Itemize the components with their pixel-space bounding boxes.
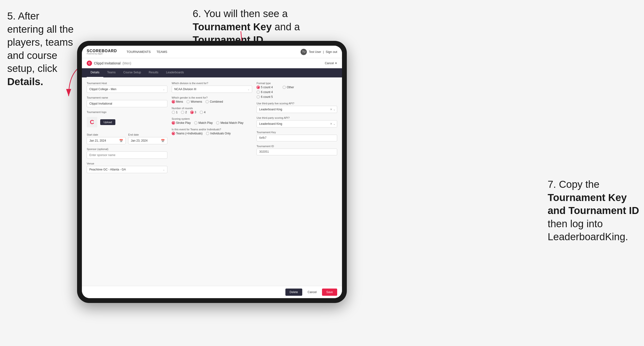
- nav-links: TOURNAMENTS TEAMS: [127, 50, 168, 54]
- start-date-field: Start date Jan 21, 2024 📅: [87, 133, 126, 144]
- nav-tournaments[interactable]: TOURNAMENTS: [127, 50, 151, 54]
- scoring-match-circle: [194, 121, 198, 125]
- tablet-screen: SCOREBOARD Powered by clippd TOURNAMENTS…: [82, 46, 342, 298]
- format-5count4[interactable]: 5 count 4: [256, 86, 273, 89]
- sponsor-input[interactable]: [87, 152, 168, 159]
- tablet-shell: SCOREBOARD Powered by clippd TOURNAMENTS…: [77, 41, 347, 303]
- gender-field: Which gender is the event for? Mens Wome…: [172, 96, 252, 103]
- tab-bar: Details Teams Course Setup Results Leade…: [82, 68, 342, 77]
- calendar-icon: 📅: [119, 139, 123, 143]
- teams-individuals-circle: [206, 132, 209, 135]
- rounds-label: Number of rounds: [172, 107, 252, 110]
- rounds-1[interactable]: 1: [172, 111, 178, 114]
- teams-individuals-only[interactable]: Individuals Only: [206, 132, 231, 135]
- rounds-2-circle: [181, 111, 184, 114]
- third-party-2-label: Use third-party scoring API?: [256, 116, 337, 119]
- middle-column: Which division is the event for? NCAA Di…: [172, 82, 252, 173]
- venue-arrow: ⌄: [163, 168, 165, 171]
- format-6count4-circle: [256, 90, 260, 94]
- logo-preview-icon: C: [90, 119, 94, 126]
- division-field: Which division is the event for? NCAA Di…: [172, 82, 252, 93]
- logo-area: SCOREBOARD Powered by clippd: [87, 49, 117, 55]
- teams-field: Is this event for Teams and/or Individua…: [172, 128, 252, 135]
- tournament-id-value: 302051: [256, 149, 337, 155]
- tab-course-setup[interactable]: Course Setup: [120, 68, 145, 77]
- scoring-medal[interactable]: Medal Match Play: [216, 121, 243, 125]
- delete-button[interactable]: Delete: [286, 289, 302, 296]
- page-title-content: C Clippd Invitational (Men): [87, 61, 131, 66]
- teams-radio-group: Teams (+Individuals) Individuals Only: [172, 132, 252, 135]
- clear-btn-2[interactable]: ✕ ⌄: [330, 122, 336, 126]
- teams-plus-individuals[interactable]: Teams (+Individuals): [172, 132, 202, 135]
- gender-mens-circle: [172, 100, 175, 103]
- gender-mens[interactable]: Mens: [172, 100, 183, 103]
- tournament-name-input[interactable]: Clippd Invitational: [87, 100, 168, 107]
- tab-results[interactable]: Results: [145, 68, 162, 77]
- rounds-3-circle: [190, 111, 194, 114]
- rounds-3[interactable]: 3: [190, 111, 196, 114]
- tournament-host-input[interactable]: Clippd College - Men ⌄: [87, 86, 168, 93]
- right-column: Format type 5 count 4 Other: [256, 82, 337, 173]
- format-6count5[interactable]: 6 count 5: [256, 95, 337, 99]
- clear-btn-1[interactable]: ✕ ⌄: [330, 108, 336, 111]
- venue-field: Venue Peachtree GC - Atlanta - GA ⌄: [87, 162, 168, 173]
- scoring-field: Scoring system Stroke Play Match Play: [172, 117, 252, 125]
- format-6count4[interactable]: 6 count 4: [256, 90, 337, 94]
- sponsor-field: Sponsor (optional): [87, 148, 168, 159]
- format-field: Format type 5 count 4 Other: [256, 82, 337, 99]
- rounds-2[interactable]: 2: [181, 111, 187, 114]
- tab-teams[interactable]: Teams: [103, 68, 120, 77]
- format-6count5-circle: [256, 95, 260, 99]
- scoring-stroke-circle: [172, 121, 175, 125]
- rounds-radio-group: 1 2 3 4: [172, 111, 252, 114]
- format-5count4-circle: [256, 86, 260, 89]
- cancel-button[interactable]: Cancel: [305, 289, 319, 296]
- save-button[interactable]: Save: [322, 289, 337, 296]
- date-row: Start date Jan 21, 2024 📅 End date Jan 2…: [87, 133, 168, 144]
- sign-out-link[interactable]: Sign out: [326, 50, 337, 54]
- tab-leaderboards[interactable]: Leaderboards: [162, 68, 188, 77]
- third-party-2-input[interactable]: Leaderboard King ✕ ⌄: [256, 120, 337, 127]
- third-party-1-input[interactable]: Leaderboard King ✕ ⌄: [256, 106, 337, 113]
- clippd-logo: C: [87, 61, 92, 66]
- user-avatar: TU: [300, 49, 307, 55]
- format-other[interactable]: Other: [282, 86, 294, 89]
- sign-out-separator: |: [323, 50, 324, 54]
- rounds-field: Number of rounds 1 2: [172, 107, 252, 114]
- scoring-match[interactable]: Match Play: [194, 121, 213, 125]
- teams-label: Is this event for Teams and/or Individua…: [172, 128, 252, 131]
- teams-plus-circle: [172, 132, 175, 135]
- start-date-input[interactable]: Jan 21, 2024 📅: [87, 137, 126, 144]
- upload-button[interactable]: Upload: [100, 119, 115, 125]
- end-date-input[interactable]: Jan 23, 2024 📅: [128, 137, 167, 144]
- rounds-4-circle: [200, 111, 203, 114]
- tournament-key-value: 6efb7: [256, 135, 337, 141]
- gender-label: Which gender is the event for?: [172, 96, 252, 99]
- gender-combined-circle: [206, 100, 209, 103]
- rounds-1-circle: [172, 111, 175, 114]
- format-label: Format type: [256, 82, 337, 85]
- format-other-circle: [282, 86, 286, 89]
- venue-input[interactable]: Peachtree GC - Atlanta - GA ⌄: [87, 166, 168, 173]
- format-row-1: 5 count 4 Other: [256, 86, 337, 89]
- scoring-label: Scoring system: [172, 117, 252, 120]
- annotation-bottom-right: 7. Copy the Tournament Key and Tournamen…: [548, 178, 639, 244]
- rounds-4[interactable]: 4: [200, 111, 206, 114]
- tab-details[interactable]: Details: [87, 68, 103, 77]
- division-label: Which division is the event for?: [172, 82, 252, 85]
- scoring-stroke[interactable]: Stroke Play: [172, 121, 191, 125]
- division-input[interactable]: NCAA Division III ⌄: [172, 86, 252, 93]
- page-cancel-button[interactable]: Cancel ✕: [325, 62, 337, 65]
- end-date-field: End date Jan 23, 2024 📅: [128, 133, 167, 144]
- nav-teams[interactable]: TEAMS: [156, 50, 168, 54]
- gender-combined[interactable]: Combined: [206, 100, 223, 103]
- logo-sub: Powered by clippd: [87, 53, 117, 55]
- tournament-id-label: Tournament ID: [256, 145, 337, 148]
- tournament-host-arrow: ⌄: [163, 88, 165, 91]
- tournament-logo-label: Tournament logo: [87, 111, 168, 114]
- logo-preview: C: [87, 117, 97, 127]
- gender-womens[interactable]: Womens: [186, 100, 202, 103]
- third-party-1-field: Use third-party live scoring API? Leader…: [256, 102, 337, 113]
- calendar-icon-end: 📅: [161, 139, 165, 143]
- page-title: Clippd Invitational (Men): [94, 61, 131, 65]
